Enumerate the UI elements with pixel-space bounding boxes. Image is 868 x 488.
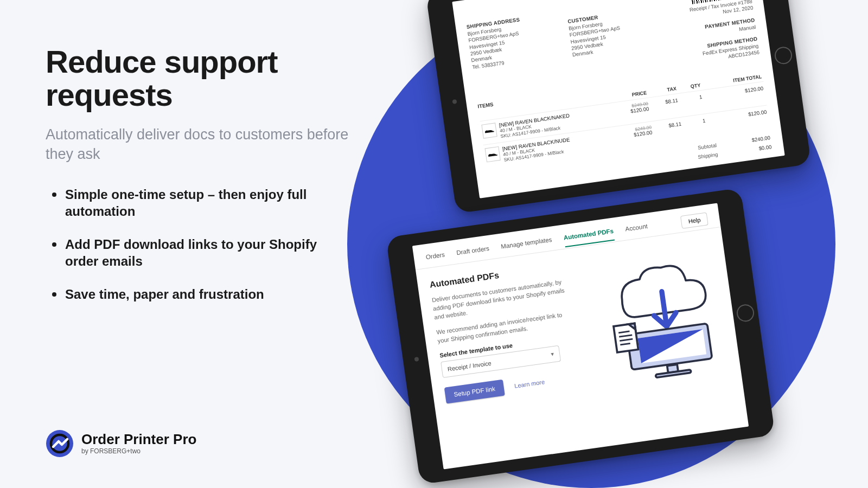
tab-account[interactable]: Account — [625, 223, 649, 238]
hero-title: Reduce support requests — [46, 46, 349, 112]
hero-subtitle: Automatically deliver docs to customers … — [46, 125, 349, 164]
item-qty: 1 — [678, 90, 706, 117]
tablet-home-button — [736, 303, 755, 323]
tablet-app: Orders Draft orders Manage templates Aut… — [386, 188, 775, 484]
hero-bullet-list: Simple one-time setup – then enjoy full … — [46, 186, 349, 303]
brand-name: Order Printer Pro — [81, 432, 196, 446]
tablet-camera — [452, 99, 457, 104]
invoice-meta: Receipt / Tax Invoice #1788 Nov 12, 2020… — [666, 0, 760, 68]
tablet-camera — [414, 357, 419, 362]
invoice-customer: CUSTOMER Bjorn Forsberg FORSBERG+two ApS… — [566, 0, 660, 82]
hero-copy: Reduce support requests Automatically de… — [46, 46, 349, 319]
item-qty: 1 — [681, 113, 709, 140]
brand-lockup: Order Printer Pro by FORSBERG+two — [46, 429, 196, 458]
tab-orders[interactable]: Orders — [425, 251, 446, 266]
subtotal-label: Subtotal — [697, 142, 717, 151]
invoice-document: DEMO SHOP SHIPPING ADDRESS Bjorn Forsber… — [452, 0, 784, 198]
invoice-shipping-address: SHIPPING ADDRESS Bjorn Forsberg FORSBERG… — [466, 12, 560, 95]
brand-logo — [46, 429, 74, 458]
product-thumb-icon — [484, 146, 500, 162]
brand-byline: by FORSBERG+two — [81, 447, 196, 455]
help-button[interactable]: Help — [680, 212, 708, 229]
cloud-download-illustration-icon — [580, 241, 729, 390]
setup-pdf-link-button[interactable]: Setup PDF link — [444, 379, 505, 403]
product-thumb-icon — [481, 123, 497, 138]
tablet-home-button — [774, 46, 793, 65]
bullet-item: Save time, paper and frustration — [46, 286, 349, 303]
learn-more-link[interactable]: Learn more — [514, 378, 545, 389]
item-tax: $8.11 — [652, 117, 685, 145]
bullet-item: Add PDF download links to your Shopify o… — [46, 236, 349, 269]
bullet-item: Simple one-time setup – then enjoy full … — [46, 186, 349, 220]
app-ui: Orders Draft orders Manage templates Aut… — [412, 203, 749, 469]
tab-draft-orders[interactable]: Draft orders — [456, 245, 490, 261]
item-tax: $8.11 — [648, 93, 681, 121]
shipping-fee-label: Shipping — [698, 151, 718, 160]
